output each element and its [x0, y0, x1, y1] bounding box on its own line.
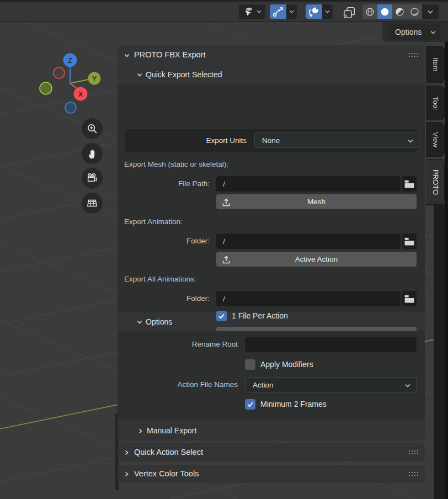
window-edge — [445, 22, 448, 499]
export-icon — [221, 254, 231, 264]
subpanel-title: Manual Export — [147, 426, 196, 435]
action-file-names-dropdown[interactable]: Action — [245, 377, 417, 392]
anim-folder-input[interactable] — [216, 233, 401, 249]
ortho-grid-icon — [86, 197, 99, 210]
export-mesh-button[interactable]: Mesh — [216, 194, 417, 209]
minimum-2-frames-checkbox[interactable] — [245, 399, 255, 410]
subpanel-quick-export-header[interactable]: Quick Export Selected — [118, 65, 425, 84]
camera-icon — [86, 172, 99, 185]
apply-modifiers-label: Apply Modifiers — [260, 359, 313, 370]
svg-text:Y: Y — [92, 75, 97, 83]
animation-section-label: Export Animation: — [124, 217, 183, 226]
eye-cursor-icon — [243, 6, 255, 18]
proportional-editing-button[interactable] — [270, 4, 286, 19]
panel-quick-action-select[interactable]: Quick Action Select — [118, 443, 425, 461]
action-file-names-label: Action File Names — [124, 380, 238, 389]
options-content: Rename Root Apply Modifiers Action File … — [118, 331, 425, 420]
sidebar-tab-proto[interactable]: PROTO — [426, 160, 444, 204]
pan-button[interactable] — [82, 143, 103, 164]
chevron-down-icon — [257, 10, 262, 13]
folder-icon — [404, 237, 414, 246]
chevron-down-icon — [124, 52, 130, 59]
quick-export-content: Export Units None Export Mesh (static or… — [118, 84, 425, 312]
export-units-dropdown[interactable]: None — [254, 132, 419, 148]
sidebar-tab-view[interactable]: View — [426, 123, 444, 156]
wireframe-sphere-icon — [364, 6, 376, 18]
zoom-icon — [86, 122, 99, 135]
all-folder-browse-button[interactable] — [402, 291, 417, 306]
panel-grip-handle[interactable] — [408, 52, 418, 58]
panel-title: Quick Action Select — [134, 448, 203, 456]
options-button[interactable]: Options — [387, 24, 441, 40]
action-file-names-value: Action — [253, 381, 274, 389]
axis-x-handle[interactable]: X — [74, 87, 88, 101]
export-units-label: Export Units — [125, 129, 247, 152]
axis-neg-y-handle[interactable] — [40, 82, 52, 94]
subpanel-title: Options — [146, 317, 172, 326]
chevron-down-icon — [428, 10, 433, 14]
overlays-toggle-button[interactable] — [342, 6, 356, 22]
chevron-down-icon — [136, 319, 143, 325]
axis-z-handle[interactable]: Z — [63, 54, 77, 67]
chevron-right-icon — [137, 428, 143, 434]
apply-modifiers-checkbox[interactable] — [245, 359, 255, 370]
snapping-button[interactable] — [306, 4, 322, 19]
svg-text:Z: Z — [68, 56, 72, 65]
panel-proto-fbx-export: PROTO FBX Export Quick Export Selected E… — [118, 45, 425, 440]
all-folder-input[interactable] — [216, 291, 401, 306]
sidebar-tab-item[interactable]: Item — [426, 46, 444, 83]
panel-grip-handle[interactable] — [408, 471, 418, 477]
folder-icon — [404, 295, 414, 303]
export-active-action-button[interactable]: Active Action — [216, 252, 417, 267]
fbx-panel-header[interactable]: PROTO FBX Export — [118, 45, 425, 65]
panel-grip-handle[interactable] — [408, 450, 418, 455]
proportional-falloff-icon — [272, 6, 284, 18]
all-animations-section-label: Export All Animations: — [124, 275, 196, 283]
zoom-button[interactable] — [82, 118, 103, 139]
subpanel-manual-export-header[interactable]: Manual Export — [118, 420, 425, 440]
mesh-section-label: Export Mesh (static or skeletal): — [124, 160, 228, 168]
rename-root-label: Rename Root — [124, 340, 238, 348]
navigation-gizmo[interactable]: Z Y X — [33, 44, 110, 119]
chevron-right-icon — [124, 471, 130, 477]
shading-solid-button[interactable] — [377, 4, 392, 19]
shading-material-button[interactable] — [392, 4, 407, 19]
chevron-right-icon — [124, 449, 130, 456]
subpanel-options-header[interactable]: Options — [118, 312, 425, 331]
camera-view-button[interactable] — [82, 168, 103, 189]
chevron-down-icon — [325, 10, 330, 13]
folder-icon — [404, 180, 414, 188]
sidebar-tab-tool[interactable]: Tool — [426, 86, 444, 120]
tab-label: View — [431, 132, 439, 147]
perspective-toggle-button[interactable] — [82, 193, 103, 214]
chevron-down-icon — [430, 30, 436, 34]
snap-rotate-icon — [308, 6, 320, 18]
shading-wireframe-button[interactable] — [362, 4, 377, 19]
file-path-input[interactable] — [216, 176, 401, 192]
panel-title: PROTO FBX Export — [134, 50, 205, 59]
rename-root-input[interactable] — [245, 337, 417, 352]
export-units-box: Export Units None — [125, 129, 418, 152]
object-visibility-button[interactable] — [239, 4, 265, 19]
check-icon — [246, 401, 254, 408]
overlays-icon — [342, 6, 356, 20]
export-mesh-button-label: Mesh — [307, 198, 326, 206]
snapping-dropdown[interactable] — [322, 4, 333, 19]
export-active-action-label: Active Action — [295, 255, 338, 263]
file-path-browse-button[interactable] — [402, 176, 417, 192]
tab-label: PROTO — [431, 169, 439, 195]
sidebar-top-corner: Options — [382, 22, 448, 42]
anim-folder-browse-button[interactable] — [402, 233, 417, 249]
shading-rendered-button[interactable] — [407, 4, 422, 19]
shading-dropdown[interactable] — [422, 4, 439, 19]
axis-y-handle[interactable]: Y — [88, 72, 101, 85]
axis-neg-z-handle[interactable] — [65, 102, 76, 113]
svg-text:X: X — [78, 90, 83, 98]
anim-folder-label: Folder: — [124, 237, 210, 245]
proportional-editing-dropdown[interactable] — [286, 4, 297, 19]
axis-neg-x-handle[interactable] — [54, 67, 65, 78]
export-icon — [221, 197, 231, 207]
sidebar-edge-band — [434, 204, 445, 499]
panel-vertex-color-tools[interactable]: Vertex Color Tools — [118, 465, 425, 483]
tab-label: Tool — [431, 97, 439, 110]
